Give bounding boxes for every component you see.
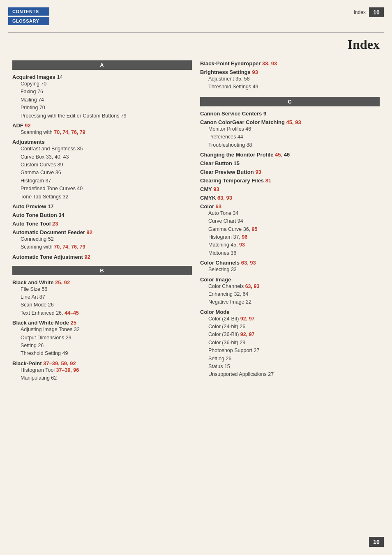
sub-threshold-settings: Threshold Settings 49: [200, 83, 380, 91]
sub-cm-36bit: Color (36-bit) 29: [200, 339, 380, 347]
sub-color-auto-tone: Auto Tone 34: [200, 210, 380, 217]
entry-color: Color 63: [200, 203, 380, 210]
entry-auto-tone-adj: Automatic Tone Adjustment 92: [12, 254, 192, 260]
entry-bw: Black and White 25, 92: [12, 279, 192, 286]
nav-buttons: CONTENTS GLOSSARY: [8, 7, 49, 25]
sub-setting-bw: Setting 26: [12, 342, 192, 350]
sub-status: Status 15: [200, 363, 380, 371]
entry-group-cmy: CMY 93: [200, 186, 380, 192]
entry-group-colorgear: Canon ColorGear Color Matching 45, 93 Mo…: [200, 119, 380, 149]
entry-color-channels: Color Channels 63, 93: [200, 260, 380, 266]
entry-group-clear-button: Clear Button 15: [200, 160, 380, 166]
entry-bw-mode: Black and White Mode 25: [12, 320, 192, 326]
sub-adjustment: Adjustment 35, 58: [200, 75, 380, 83]
sub-negative-image: Negative Image 22: [200, 298, 380, 306]
column-left: A Acquired Images 14 Copying 70 Faxing 7…: [12, 60, 192, 385]
entry-group-color-mode: Color Mode Color (24-Bit) 92, 97 Color (…: [200, 309, 380, 379]
entry-group-color: Color 63 Auto Tone 34 Curve Chart 94 Gam…: [200, 203, 380, 257]
entry-bp-eyedropper: Black-Point Eyedropper 38, 93: [200, 60, 380, 67]
entry-adf: ADF 92: [12, 122, 192, 129]
entry-blackpoint: Black-Point 37–39, 59, 92: [12, 360, 192, 366]
entry-group-clear-preview: Clear Preview Button 93: [200, 169, 380, 175]
contents-button[interactable]: CONTENTS: [8, 7, 49, 16]
entry-group-brightness: Brightness Settings 93 Adjustment 35, 58…: [200, 69, 380, 91]
section-header-b: B: [12, 266, 192, 275]
sub-adj-image-tones: Adjusting Image Tones 32: [12, 326, 192, 334]
sub-connecting: Connecting 52: [12, 235, 192, 243]
entry-clear-button: Clear Button 15: [200, 160, 380, 166]
sub-enhancing: Enhancing 32, 64: [200, 290, 380, 298]
entry-group-adf-full: Automatic Document Feeder 92 Connecting …: [12, 229, 192, 251]
sub-output-dim: Output Dimensions 29: [12, 334, 192, 342]
sub-gamma-curve: Gamma Curve 36: [12, 169, 192, 177]
sub-unsupported: Unsupported Applications 27: [200, 371, 380, 378]
entry-group-bp-eyedropper: Black-Point Eyedropper 38, 93: [200, 60, 380, 67]
entry-auto-preview: Auto Preview 17: [12, 203, 192, 210]
entry-group-bw-mode: Black and White Mode 25 Adjusting Image …: [12, 320, 192, 358]
entry-cmy: CMY 93: [200, 186, 380, 192]
entry-group-cannon: Cannon Service Centers 9: [200, 111, 380, 117]
entry-clear-preview: Clear Preview Button 93: [200, 169, 380, 175]
sub-contrast: Contrast and Brightness 35: [12, 145, 192, 153]
index-label: Index: [354, 9, 366, 15]
entry-group-color-channels: Color Channels 63, 93 Selecting 33: [200, 260, 380, 274]
entry-auto-tone-button: Auto Tone Button 34: [12, 212, 192, 218]
section-header-a: A: [12, 60, 192, 70]
entry-group-adjustments: Adjustments Contrast and Brightness 35 C…: [12, 139, 192, 201]
section-header-c: C: [200, 97, 380, 106]
sub-copying: Copying 70: [12, 80, 192, 88]
sub-custom-curves: Custom Curves 39: [12, 161, 192, 169]
entry-change-monitor: Changing the Monitor Profile 45, 46: [200, 152, 380, 158]
entry-group-adf: ADF 92 Scanning with 70, 74, 76, 79: [12, 122, 192, 136]
sub-preferences: Preferences 44: [200, 133, 380, 141]
sub-photoshop-support: Photoshop Support 27: [200, 347, 380, 355]
entry-group-auto-preview: Auto Preview 17: [12, 203, 192, 210]
sub-adf-scanning: Scanning with 70, 74, 76, 79: [12, 129, 192, 136]
sub-color-histogram: Histogram 37, 96: [200, 233, 380, 241]
entry-group-clearing-temp: Clearing Temporary Files 81: [200, 177, 380, 184]
entry-clearing-temp: Clearing Temporary Files 81: [200, 177, 380, 184]
entry-group-blackpoint: Black-Point 37–39, 59, 92 Histogram Tool…: [12, 360, 192, 382]
sub-monitor-profiles: Monitor Profiles 46: [200, 125, 380, 133]
entry-acquired-images: Acquired Images 14: [12, 74, 192, 80]
sub-file-size: File Size 56: [12, 286, 192, 293]
sub-midtones: Midtones 36: [200, 249, 380, 257]
entry-adf-full: Automatic Document Feeder 92: [12, 229, 192, 235]
sub-setting-cm: Setting 26: [200, 355, 380, 363]
column-right: Black-Point Eyedropper 38, 93 Brightness…: [200, 60, 380, 385]
sub-color-matching: Matching 45, 93: [200, 241, 380, 249]
entry-brightness: Brightness Settings 93: [200, 69, 380, 75]
sub-processing: Processing with the Edit or Custom Butto…: [12, 112, 192, 120]
sub-scan-mode: Scan Mode 26: [12, 301, 192, 309]
sub-ci-channels: Color Channels 63, 93: [200, 283, 380, 290]
page-title: Index: [0, 33, 392, 60]
content-area: A Acquired Images 14 Copying 70 Faxing 7…: [0, 60, 392, 385]
entry-cannon-service: Cannon Service Centers 9: [200, 111, 380, 117]
sub-troubleshooting: Troubleshooting 88: [200, 141, 380, 149]
sub-cm-24bit: Color (24-bit) 26: [200, 323, 380, 331]
entry-group-cmyk: CMYK 63, 93: [200, 195, 380, 201]
entry-group-color-image: Color Image Color Channels 63, 93 Enhanc…: [200, 276, 380, 306]
sub-tone-tab: Tone Tab Settings 32: [12, 193, 192, 201]
page-indicator-top: Index 10: [354, 7, 384, 17]
sub-color-gamma: Gamma Curve 36, 95: [200, 226, 380, 233]
sub-line-art: Line Art 87: [12, 293, 192, 301]
sub-cm-36bit-cap: Color (36-Bit) 92, 97: [200, 331, 380, 339]
entry-group-bw: Black and White 25, 92 File Size 56 Line…: [12, 279, 192, 318]
sub-text-enhanced: Text Enhanced 26, 44–45: [12, 309, 192, 317]
entry-group-auto-tone-tool: Auto Tone Tool 23: [12, 221, 192, 227]
sub-printing: Printing 70: [12, 104, 192, 112]
entry-color-image: Color Image: [200, 276, 380, 283]
entry-group-auto-tone-adj: Automatic Tone Adjustment 92: [12, 254, 192, 260]
sub-threshold-bw: Threshold Setting 49: [12, 350, 192, 357]
glossary-button[interactable]: GLOSSARY: [8, 17, 49, 25]
entry-adjustments: Adjustments: [12, 139, 192, 145]
entry-cmyk: CMYK 63, 93: [200, 195, 380, 201]
sub-selecting: Selecting 33: [200, 266, 380, 274]
sub-scanning-adf: Scanning with 70, 74, 76, 79: [12, 243, 192, 251]
entry-auto-tone-tool: Auto Tone Tool 23: [12, 221, 192, 227]
sub-mailing: Mailing 74: [12, 96, 192, 104]
sub-manipulating: Manipulating 62: [12, 374, 192, 382]
entry-color-mode: Color Mode: [200, 309, 380, 315]
sub-faxing: Faxing 76: [12, 88, 192, 96]
